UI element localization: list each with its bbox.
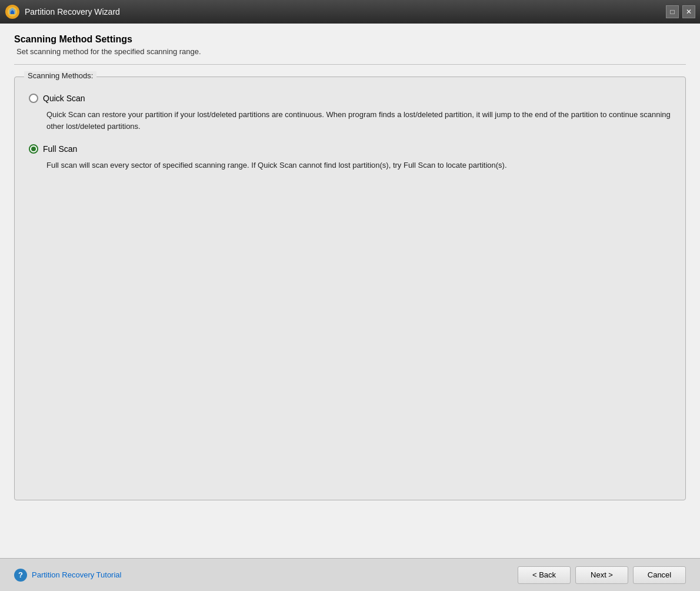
restore-button[interactable]: □ <box>666 5 679 18</box>
full-scan-radio[interactable] <box>29 144 38 154</box>
cancel-button[interactable]: Cancel <box>633 566 686 584</box>
tutorial-link-label: Partition Recovery Tutorial <box>32 570 121 579</box>
page-subtitle: Set scanning method for the specified sc… <box>14 47 686 56</box>
full-scan-label: Full Scan <box>43 144 77 154</box>
quick-scan-label: Quick Scan <box>43 94 85 103</box>
methods-section: Scanning Methods: Quick Scan Quick Scan … <box>14 77 686 546</box>
back-button[interactable]: < Back <box>518 566 571 584</box>
footer-buttons: < Back Next > Cancel <box>518 566 686 584</box>
full-scan-description: Full scan will scan every sector of spec… <box>46 160 671 171</box>
methods-box: Scanning Methods: Quick Scan Quick Scan … <box>14 77 686 500</box>
quick-scan-radio[interactable] <box>29 94 38 103</box>
full-scan-label-row[interactable]: Full Scan <box>29 144 671 154</box>
full-scan-option[interactable]: Full Scan Full scan will scan every sect… <box>29 144 671 171</box>
quick-scan-label-row[interactable]: Quick Scan <box>29 94 671 103</box>
next-button[interactable]: Next > <box>575 566 628 584</box>
header-divider <box>14 64 686 65</box>
titlebar-title: Partition Recovery Wizard <box>25 7 666 16</box>
footer: ? Partition Recovery Tutorial < Back Nex… <box>0 558 700 591</box>
help-icon: ? <box>14 569 27 582</box>
app-icon <box>5 4 20 19</box>
close-button[interactable]: ✕ <box>682 5 695 18</box>
main-content: Scanning Method Settings Set scanning me… <box>0 24 700 558</box>
methods-legend: Scanning Methods: <box>24 71 96 80</box>
header-section: Scanning Method Settings Set scanning me… <box>0 24 700 64</box>
page-title: Scanning Method Settings <box>14 34 686 45</box>
quick-scan-description: Quick Scan can restore your partition if… <box>46 109 671 132</box>
titlebar-controls: □ ✕ <box>666 5 695 18</box>
quick-scan-option[interactable]: Quick Scan Quick Scan can restore your p… <box>29 94 671 132</box>
titlebar: Partition Recovery Wizard □ ✕ <box>0 0 700 24</box>
tutorial-link[interactable]: ? Partition Recovery Tutorial <box>14 569 121 582</box>
